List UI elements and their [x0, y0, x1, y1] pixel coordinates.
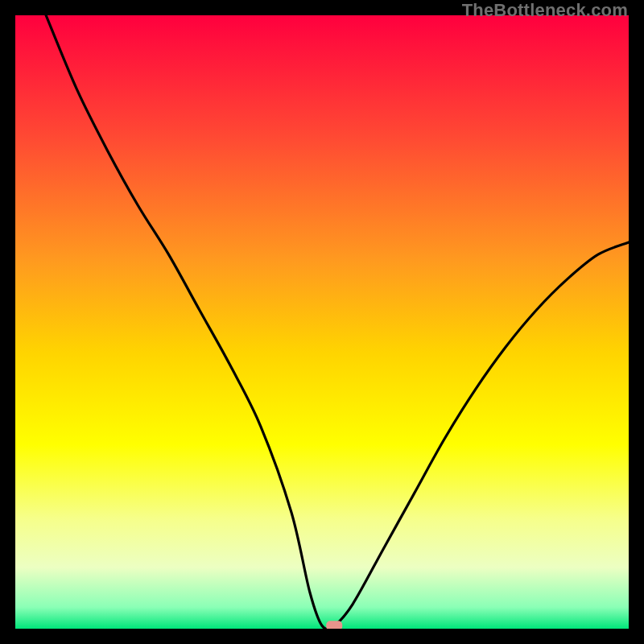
optimum-marker — [326, 621, 342, 629]
chart-frame — [15, 15, 629, 629]
watermark-text: TheBottleneck.com — [462, 0, 628, 21]
chart-svg — [15, 15, 629, 629]
gradient-background — [15, 15, 629, 629]
